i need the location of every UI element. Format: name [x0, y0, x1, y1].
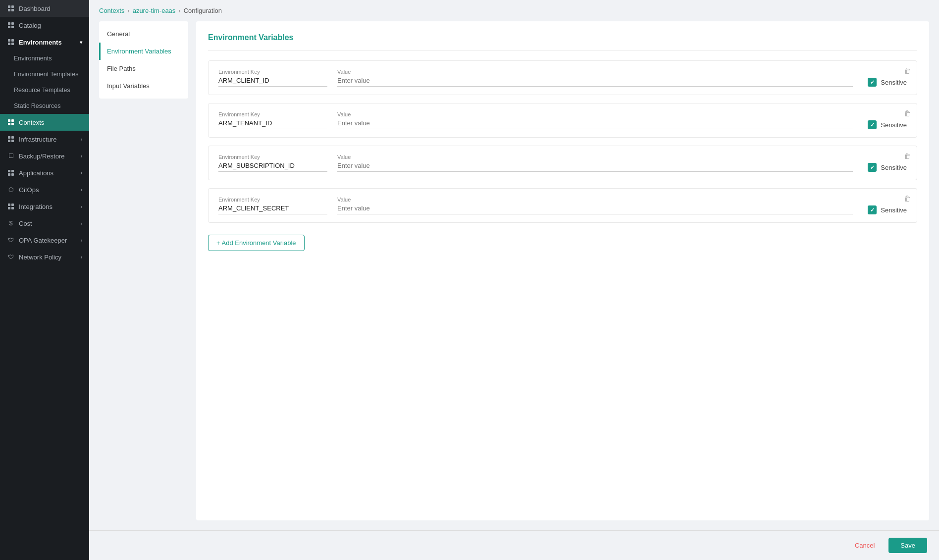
left-nav-input-variables[interactable]: Input Variables — [99, 77, 188, 95]
sidebar-item-opa-gatekeeper[interactable]: 🛡 OPA Gatekeeper › — [0, 232, 89, 249]
sidebar-item-integrations[interactable]: Integrations › — [0, 198, 89, 215]
env-key-field-3: Environment Key ARM_SUBSCRIPTION_ID — [218, 154, 327, 172]
applications-icon — [7, 169, 15, 177]
environments-icon — [7, 38, 15, 46]
catalog-icon — [7, 21, 15, 29]
env-value-input-2[interactable] — [337, 119, 853, 129]
chevron-right-icon: › — [81, 153, 82, 159]
sidebar-item-catalog[interactable]: Catalog — [0, 17, 89, 34]
sidebar-item-label: Environments — [14, 55, 52, 62]
gitops-icon: ⬡ — [7, 186, 15, 194]
sidebar-item-contexts[interactable]: Contexts — [0, 114, 89, 131]
breadcrumb-sep-2: › — [178, 7, 180, 14]
sidebar-item-environment-templates[interactable]: Environment Templates — [0, 66, 89, 82]
env-key-label-1: Environment Key — [218, 69, 327, 75]
save-button[interactable]: Save — [888, 538, 927, 553]
env-var-card-3: 🗑 Environment Key ARM_SUBSCRIPTION_ID Va… — [208, 146, 917, 180]
sidebar-item-environments-sub[interactable]: Environments — [0, 51, 89, 66]
right-panel: Environment Variables 🗑 Environment Key … — [196, 21, 929, 520]
sidebar-item-label: Infrastructure — [19, 136, 57, 143]
sidebar-item-label: Dashboard — [19, 5, 51, 12]
left-nav-file-paths[interactable]: File Paths — [99, 60, 188, 77]
sidebar-item-resource-templates[interactable]: Resource Templates — [0, 82, 89, 98]
sidebar-item-environments[interactable]: Environments ▾ — [0, 34, 89, 51]
sidebar-item-applications[interactable]: Applications › — [0, 164, 89, 181]
env-var-card-2: 🗑 Environment Key ARM_TENANT_ID Value Se… — [208, 103, 917, 138]
sidebar-item-static-resources[interactable]: Static Resources — [0, 98, 89, 114]
sidebar-item-infrastructure[interactable]: Infrastructure › — [0, 131, 89, 148]
sensitive-row-4: Sensitive — [868, 205, 907, 214]
env-value-input-4[interactable] — [337, 204, 853, 214]
chevron-right-icon: › — [81, 238, 82, 243]
chevron-down-icon: ▾ — [80, 40, 82, 45]
sidebar-item-label: Environment Templates — [14, 71, 78, 78]
sensitive-checkbox-1[interactable] — [868, 78, 877, 87]
dashboard-icon — [7, 4, 15, 12]
env-value-label-3: Value — [337, 154, 853, 160]
env-value-label-4: Value — [337, 197, 853, 203]
sidebar-item-backup-restore[interactable]: ☐ Backup/Restore › — [0, 148, 89, 164]
cancel-button[interactable]: Cancel — [847, 538, 883, 553]
left-nav-general[interactable]: General — [99, 25, 188, 43]
env-var-card-4: 🗑 Environment Key ARM_CLIENT_SECRET Valu… — [208, 188, 917, 223]
sidebar-item-label: Catalog — [19, 22, 41, 29]
env-value-field-3[interactable]: Value — [337, 154, 853, 172]
env-key-value-3: ARM_SUBSCRIPTION_ID — [218, 162, 327, 172]
env-value-label-2: Value — [337, 111, 853, 117]
sensitive-label-3: Sensitive — [881, 164, 907, 171]
sensitive-checkbox-4[interactable] — [868, 205, 877, 214]
env-key-label-3: Environment Key — [218, 154, 327, 160]
env-key-field-1: Environment Key ARM_CLIENT_ID — [218, 69, 327, 87]
left-nav-panel: General Environment Variables File Paths… — [99, 21, 188, 99]
env-key-field-4: Environment Key ARM_CLIENT_SECRET — [218, 197, 327, 214]
left-nav-environment-variables[interactable]: Environment Variables — [99, 43, 188, 60]
sidebar-item-label: OPA Gatekeeper — [19, 237, 67, 244]
env-value-label-1: Value — [337, 69, 853, 75]
env-value-input-1[interactable] — [337, 77, 853, 87]
sidebar-item-cost[interactable]: $ Cost › — [0, 215, 89, 232]
chevron-right-icon: › — [81, 221, 82, 226]
breadcrumb-current: Configuration — [184, 7, 222, 14]
sidebar-item-label: Environments — [19, 39, 62, 46]
env-key-value-4: ARM_CLIENT_SECRET — [218, 204, 327, 214]
delete-env-3-button[interactable]: 🗑 — [904, 152, 911, 160]
add-environment-variable-button[interactable]: + Add Environment Variable — [208, 235, 305, 251]
env-value-field-4[interactable]: Value — [337, 197, 853, 214]
opa-icon: 🛡 — [7, 236, 15, 244]
chevron-right-icon: › — [81, 187, 82, 193]
sensitive-row-3: Sensitive — [868, 163, 907, 172]
sensitive-label-4: Sensitive — [881, 206, 907, 214]
bottom-bar: Cancel Save — [89, 530, 939, 560]
sensitive-checkbox-3[interactable] — [868, 163, 877, 172]
env-value-field-1[interactable]: Value — [337, 69, 853, 87]
sensitive-checkbox-2[interactable] — [868, 120, 877, 129]
chevron-right-icon: › — [81, 204, 82, 209]
sidebar-item-gitops[interactable]: ⬡ GitOps › — [0, 181, 89, 198]
sidebar-item-network-policy[interactable]: 🛡 Network Policy › — [0, 249, 89, 265]
sidebar: Dashboard Catalog Environments ▾ Environ… — [0, 0, 89, 560]
breadcrumb-context-name[interactable]: azure-tim-eaas — [133, 7, 176, 14]
env-value-input-3[interactable] — [337, 162, 853, 172]
sidebar-item-label: Applications — [19, 169, 53, 177]
content-area: General Environment Variables File Paths… — [89, 21, 939, 530]
breadcrumb-sep-1: › — [127, 7, 129, 14]
infrastructure-icon — [7, 135, 15, 143]
env-key-field-2: Environment Key ARM_TENANT_ID — [218, 111, 327, 129]
delete-env-1-button[interactable]: 🗑 — [904, 67, 911, 75]
delete-env-4-button[interactable]: 🗑 — [904, 195, 911, 203]
sensitive-row-2: Sensitive — [868, 120, 907, 129]
breadcrumb-contexts[interactable]: Contexts — [99, 7, 124, 14]
sidebar-item-label: Resource Templates — [14, 87, 70, 94]
network-icon: 🛡 — [7, 253, 15, 261]
env-value-field-2[interactable]: Value — [337, 111, 853, 129]
sidebar-item-label: GitOps — [19, 186, 39, 194]
sensitive-row-1: Sensitive — [868, 78, 907, 87]
delete-env-2-button[interactable]: 🗑 — [904, 109, 911, 117]
sidebar-item-dashboard[interactable]: Dashboard — [0, 0, 89, 17]
chevron-right-icon: › — [81, 137, 82, 142]
env-var-card-1: 🗑 Environment Key ARM_CLIENT_ID Value Se… — [208, 60, 917, 95]
env-key-value-1: ARM_CLIENT_ID — [218, 77, 327, 87]
panel-title: Environment Variables — [208, 33, 917, 51]
main-content: Contexts › azure-tim-eaas › Configuratio… — [89, 0, 939, 560]
env-key-label-2: Environment Key — [218, 111, 327, 117]
